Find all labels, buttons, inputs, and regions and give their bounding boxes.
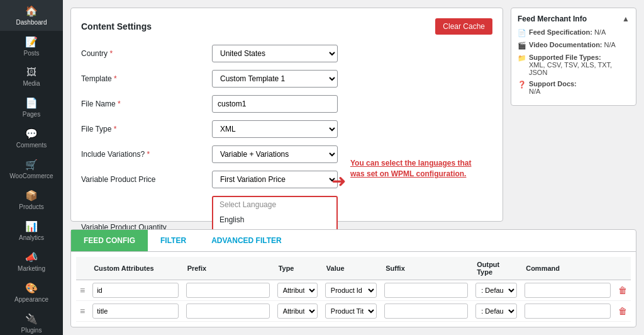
th-custom-attrs: Custom Attributes — [89, 257, 182, 280]
table-wrapper: Custom Attributes Prefix Type Value Suff… — [71, 252, 636, 327]
sidebar-item-label: Analytics — [19, 234, 44, 241]
drag-icon: ≡ — [80, 306, 85, 316]
command-input-1[interactable] — [525, 283, 611, 298]
analytics-icon: 📊 — [25, 220, 38, 232]
delete-button-1[interactable]: 🗑 — [618, 285, 627, 295]
table-row: ≡ Attribute Product Title — [76, 301, 631, 322]
clear-cache-button[interactable]: Clear Cache — [435, 18, 492, 35]
value-select-2[interactable]: Product Title — [325, 304, 377, 319]
sidebar-item-label: Plugins — [21, 327, 42, 334]
sidebar: 🏠 Dashboard 📝 Posts 🖼 Media 📄 Pages 💬 Co… — [0, 0, 63, 335]
appearance-icon: 🎨 — [25, 282, 38, 294]
merchant-info-panel: Feed Merchant Info ▲ 📄 Feed Specificatio… — [511, 8, 636, 106]
sidebar-item-label: Marketing — [18, 265, 45, 272]
tab-feed-config[interactable]: FEED CONFIG — [71, 230, 148, 251]
sidebar-item-label: Pages — [23, 111, 40, 118]
table-header-row: Custom Attributes Prefix Type Value Suff… — [76, 257, 631, 280]
include-variations-label: Include Variations? * — [81, 150, 207, 159]
type-select-2[interactable]: Attribute — [277, 304, 318, 319]
sidebar-item-appearance[interactable]: 🎨 Appearance — [0, 277, 63, 308]
products-icon: 📦 — [25, 190, 38, 202]
country-select[interactable]: United States — [212, 45, 338, 62]
sidebar-item-woocommerce[interactable]: 🛒 WooCommerce — [0, 154, 63, 185]
merchant-row-spec: 📄 Feed Specification: N/A — [518, 28, 630, 37]
tab-advanced-filter[interactable]: ADVANCED FILTER — [199, 230, 294, 251]
filetypes-icon: 📁 — [518, 54, 526, 62]
sidebar-item-products[interactable]: 📦 Products — [0, 185, 63, 215]
variable-quantity-label: Variable Product Quantity — [81, 223, 207, 229]
drag-handle-1[interactable]: ≡ — [76, 280, 89, 301]
media-icon: 🖼 — [26, 67, 36, 78]
merchant-title: Feed Merchant Info — [518, 14, 587, 23]
content-area: Content Settings Clear Cache Country * U… — [63, 0, 644, 229]
command-input-2[interactable] — [525, 304, 611, 319]
sidebar-item-posts[interactable]: 📝 Posts — [0, 31, 63, 62]
include-variations-select[interactable]: Variable + Variations — [212, 145, 338, 163]
filename-label: File Name * — [81, 99, 207, 108]
custom-attr-1 — [89, 280, 182, 301]
suffix-input-1[interactable] — [384, 283, 468, 298]
prefix-input-1[interactable] — [186, 283, 270, 298]
delete-button-2[interactable]: 🗑 — [618, 306, 627, 316]
filename-row: File Name * — [81, 95, 492, 113]
command-2 — [521, 301, 614, 322]
filename-input[interactable] — [212, 95, 338, 113]
filetype-control: XML — [212, 120, 338, 138]
sidebar-item-comments[interactable]: 💬 Comments — [0, 123, 63, 154]
th-prefix: Prefix — [182, 257, 274, 280]
custom-attr-input-2[interactable] — [92, 304, 178, 319]
th-drag — [76, 257, 89, 280]
output-type-select-1[interactable]: : Default — [475, 283, 517, 298]
include-variations-control: Variable + Variations — [212, 145, 338, 163]
posts-icon: 📝 — [25, 36, 38, 48]
language-dropdown-container: Select Language English German ✓ French … — [212, 196, 338, 229]
value-2: Product Title — [321, 301, 380, 322]
output-type-1: : Default — [472, 280, 521, 301]
sidebar-item-marketing[interactable]: 📣 Marketing — [0, 246, 63, 277]
merchant-row-filetypes: 📁 Supported File Types: XML, CSV, TSV, X… — [518, 54, 630, 76]
variable-quantity-row: Variable Product Quantity Select Languag… — [81, 196, 492, 229]
th-delete — [614, 257, 631, 280]
prefix-input-2[interactable] — [186, 304, 270, 319]
lang-option-header[interactable]: Select Language — [213, 197, 336, 212]
sidebar-item-pages[interactable]: 📄 Pages — [0, 92, 63, 123]
tooltip-callout: ➜ You can select the languages that was … — [350, 158, 476, 179]
custom-attr-input-1[interactable] — [92, 283, 178, 298]
filetype-row: File Type * XML — [81, 120, 492, 138]
filetype-label: File Type * — [81, 125, 207, 133]
suffix-2 — [380, 301, 472, 322]
output-type-select-2[interactable]: : Default — [475, 304, 517, 319]
lang-option-german[interactable]: German — [213, 227, 336, 229]
country-control: United States — [212, 45, 338, 62]
sidebar-item-analytics[interactable]: 📊 Analytics — [0, 215, 63, 246]
bottom-section: FEED CONFIG FILTER ADVANCED FILTER Custo… — [70, 229, 636, 327]
output-type-2: : Default — [472, 301, 521, 322]
sidebar-item-label: Posts — [23, 50, 39, 57]
sidebar-item-media[interactable]: 🖼 Media — [0, 62, 63, 92]
value-select-1[interactable]: Product Id — [325, 283, 377, 298]
dashboard-icon: 🏠 — [25, 5, 38, 17]
sidebar-item-plugins[interactable]: 🔌 Plugins — [0, 308, 63, 335]
tab-filter[interactable]: FILTER — [148, 230, 199, 251]
merchant-header: Feed Merchant Info ▲ — [518, 14, 630, 23]
lang-option-english[interactable]: English — [213, 212, 336, 227]
suffix-input-2[interactable] — [384, 304, 468, 319]
sidebar-item-label: Products — [19, 203, 43, 210]
sidebar-item-label: WooCommerce — [9, 173, 53, 179]
merchant-toggle-button[interactable]: ▲ — [622, 14, 630, 23]
type-select-1[interactable]: Attribute — [277, 283, 318, 298]
pages-icon: 📄 — [25, 97, 38, 109]
variable-price-select[interactable]: First Variation Price — [212, 171, 338, 188]
country-label: Country * — [81, 49, 207, 58]
variable-price-label: Variable Product Price — [81, 175, 207, 184]
th-suffix: Suffix — [380, 257, 472, 280]
panel-header: Content Settings Clear Cache — [81, 18, 492, 35]
filetype-select[interactable]: XML — [212, 120, 338, 138]
country-row: Country * United States — [81, 45, 492, 62]
sidebar-item-dashboard[interactable]: 🏠 Dashboard — [0, 0, 63, 31]
th-output-type: Output Type — [472, 257, 521, 280]
tooltip-text: You can select the languages that was se… — [350, 158, 476, 179]
drag-handle-2[interactable]: ≡ — [76, 301, 89, 322]
template-select[interactable]: Custom Template 1 — [212, 70, 338, 88]
prefix-1 — [182, 280, 274, 301]
